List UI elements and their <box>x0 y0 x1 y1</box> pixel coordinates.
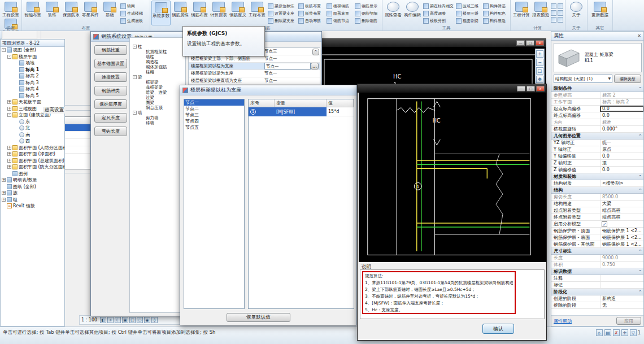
property-row[interactable]: 终点附着类型 端点高程 <box>551 214 644 221</box>
property-row[interactable]: 标记 <box>551 282 644 289</box>
ribbon-small-button[interactable]: 删除梁支座 <box>267 17 297 24</box>
property-row[interactable]: Y 轴对正 原点 <box>551 146 644 153</box>
close-icon[interactable]: ✕ <box>637 33 641 38</box>
property-row[interactable]: 材质和装饰 <box>551 173 644 180</box>
settings-category-button[interactable]: 连接设置 <box>94 72 127 82</box>
visual-style-icon[interactable]: ◧ <box>100 317 106 323</box>
zoom-in-icon[interactable]: + <box>536 50 543 58</box>
property-row[interactable]: 启用分析模型 ✓ <box>551 221 644 228</box>
property-row[interactable]: Z 轴偏移值 0.0 <box>551 167 644 173</box>
property-row[interactable]: Y 轴偏移值 0.0 <box>551 153 644 160</box>
back-window-titlebar[interactable]: — □ x <box>315 39 546 47</box>
tree-item[interactable]: 南 <box>1 132 64 138</box>
ribbon-small-button[interactable]: 梁在柱内相交 <box>422 2 455 10</box>
property-row[interactable]: 阶段化 <box>551 289 644 295</box>
tree-item[interactable]: 组 <box>1 197 64 203</box>
confirm-button[interactable]: 确认 <box>482 324 514 334</box>
node-list-item[interactable]: 节点五 <box>184 124 244 130</box>
tree-toggle-icon[interactable] <box>2 191 6 195</box>
property-row[interactable]: 拆除的阶段 无 <box>551 302 644 309</box>
node-list-item[interactable]: 节点三 <box>184 112 244 118</box>
maximize-icon[interactable]: □ <box>526 86 535 92</box>
property-row[interactable]: 参照标高 标高 2 <box>551 92 644 99</box>
tree-item[interactable]: 标高 3 <box>1 80 64 86</box>
tree-item[interactable]: 面积平面 (防火分区面积) <box>1 164 64 171</box>
ribbon-small-button[interactable]: 楼板分割 <box>422 17 455 24</box>
zoom-out-icon[interactable]: − <box>536 59 543 66</box>
property-row[interactable]: 钢筋保护层 - 顶面 钢筋保护层 1 <2... <box>551 228 644 234</box>
system-params-button[interactable]: 系统参数 <box>151 1 171 25</box>
exclude-options-icon[interactable]: ✗ <box>613 329 620 336</box>
property-row[interactable]: 注释 <box>551 275 644 282</box>
tree-item[interactable]: 面积平面 (人防分区面积) <box>1 145 64 151</box>
worksets-icon[interactable]: ⌂ <box>596 329 603 336</box>
ribbon-small-button[interactable]: 板筋布置 <box>297 2 325 10</box>
check-report-icon[interactable] <box>551 3 556 9</box>
property-row[interactable]: YZ 轴对正 统一 <box>551 140 644 146</box>
node-list-item[interactable]: 节点二 <box>184 106 244 112</box>
ribbon-big-button[interactable]: 属性查看 <box>384 1 403 25</box>
minimize-icon[interactable]: — <box>517 86 525 92</box>
design-options-icon[interactable]: ▤ <box>604 329 611 336</box>
ribbon-small-button[interactable]: 板带布置 <box>297 10 325 17</box>
property-row[interactable]: 横截面旋转 0.000° <box>551 126 644 133</box>
ribbon-small-button[interactable]: 图形算量 <box>325 10 354 17</box>
tree-item[interactable]: 楼层平面 <box>1 54 64 60</box>
view-scale[interactable]: 1 : 100 <box>81 317 97 323</box>
tree-toggle-icon[interactable] <box>7 55 11 59</box>
tree-item[interactable]: 标高 5 <box>1 93 64 99</box>
property-row[interactable]: 工作平面 标高 : 标高 2 <box>551 99 644 106</box>
ribbon-small-button[interactable]: 高度调整 <box>422 10 455 17</box>
component-tree-item[interactable]: 构造柱 <box>132 59 184 64</box>
edit-type-button[interactable]: 编辑类型 <box>614 75 641 83</box>
component-tree-item[interactable]: 框架梁 <box>132 80 184 85</box>
tree-toggle-icon[interactable] <box>133 75 137 79</box>
ribbon-big-button[interactable]: 钢筋布置 <box>190 1 209 25</box>
ribbon-small-button[interactable]: 视图剖切 <box>455 17 482 24</box>
property-row[interactable]: 剪切长度 8500.0 <box>551 194 644 201</box>
ribbon-small-button[interactable]: 楼层三维 <box>455 10 482 17</box>
tree-item[interactable]: 图纸 (全部) <box>1 184 64 190</box>
tree-item[interactable]: 标高 4 <box>1 86 64 93</box>
property-row[interactable]: 终点标高偏移 0.0 <box>551 112 644 119</box>
close-icon[interactable]: x <box>536 86 545 92</box>
ribbon-small-button[interactable]: 删除钢筋 <box>354 17 381 24</box>
ribbon-big-button[interactable]: 工程布置 <box>247 1 267 25</box>
ribbon-big-button[interactable]: 计算报表 <box>209 1 228 25</box>
export-report-icon[interactable] <box>558 3 563 9</box>
value-cell[interactable]: 15*d <box>327 107 354 116</box>
ribbon-small-button[interactable]: 设置梁支座 <box>267 10 297 17</box>
tree-toggle-icon[interactable] <box>2 48 6 52</box>
property-row[interactable]: Z 轴对正 顶 <box>551 160 644 167</box>
about-button[interactable]: 关于 <box>567 1 586 25</box>
property-row[interactable]: 体积 0.750 <box>551 262 644 268</box>
ribbon-big-button[interactable]: 装饰 <box>42 1 62 25</box>
ribbon-big-button[interactable]: 智能布置 <box>23 1 42 25</box>
tree-toggle-icon[interactable] <box>133 111 137 115</box>
tree-item[interactable]: 标高 2 <box>1 73 64 80</box>
node-list-item[interactable]: 节点四 <box>184 118 244 124</box>
node-list-item[interactable]: 节点一 <box>184 99 244 106</box>
component-tree-item[interactable]: 圈梁 <box>132 100 184 105</box>
ribbon-small-button[interactable]: 生成楼梯 <box>119 10 149 17</box>
component-tree-item[interactable]: 剪力墙 <box>132 115 184 120</box>
ribbon-small-button[interactable]: 楼梯钢筋 <box>325 2 354 10</box>
property-row[interactable]: 长度 9000.0 <box>551 255 644 262</box>
type-preview[interactable]: 混凝土·矩形梁 KL1 <box>554 43 642 72</box>
ribbon-big-button[interactable]: 钢筋定义 <box>228 1 247 25</box>
property-row[interactable]: 限制条件 <box>551 85 644 92</box>
dialog-titlebar[interactable]: 楼层框架梁以柱为支座 <box>180 85 356 95</box>
component-tree-item[interactable]: 梁 <box>132 75 184 80</box>
tree-item[interactable]: 标高 1 <box>1 67 64 73</box>
ribbon-small-button[interactable]: 自动布筋 <box>297 17 325 24</box>
tree-item[interactable]: 面积平面 (总建筑面积) <box>1 158 64 164</box>
pan-icon[interactable]: ✥ <box>536 76 543 83</box>
chart-icon[interactable] <box>551 17 556 23</box>
scroll-up-button[interactable]: ^ <box>312 49 319 55</box>
tree-toggle-icon[interactable] <box>7 107 11 111</box>
tree-toggle-icon[interactable] <box>7 159 11 163</box>
node-setting-row[interactable]: 楼层框架梁以梁为支座 节点一 … <box>189 70 320 77</box>
ribbon-big-button[interactable]: 报表预览 <box>531 1 550 25</box>
property-row[interactable]: 尺寸标注 <box>551 248 644 255</box>
property-row[interactable]: 钢筋保护层 - 其他面 钢筋保护层 1 <2... <box>551 241 644 248</box>
